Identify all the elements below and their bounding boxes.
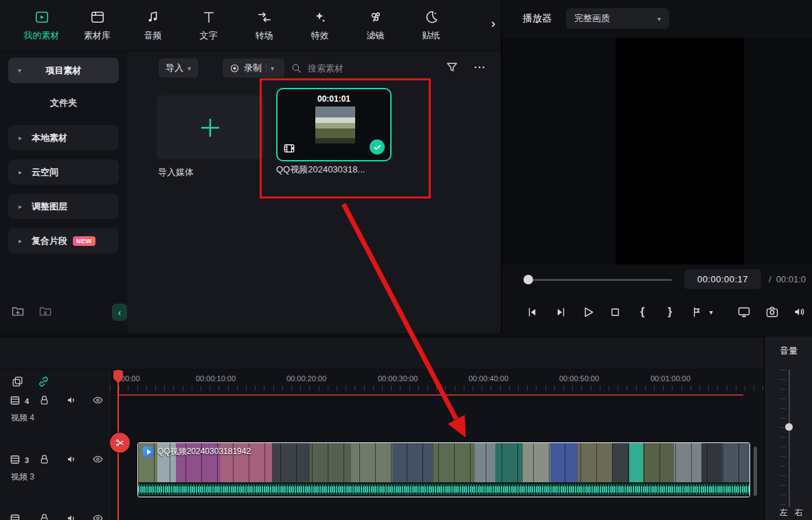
sidebar-item-cloud-space[interactable]: ▸ 云空间 — [8, 159, 119, 185]
previous-frame-icon[interactable] — [523, 303, 541, 321]
ruler-label: 00:01:00:00 — [651, 374, 690, 383]
caret-right-icon: ▸ — [19, 237, 22, 245]
lock-track-icon[interactable] — [38, 453, 52, 467]
tab-text[interactable]: 文字 — [181, 9, 236, 42]
snapshot-icon[interactable] — [763, 303, 781, 321]
collapse-sidebar-button[interactable]: ‹ — [112, 304, 127, 321]
tab-filters[interactable]: 滤镜 — [348, 9, 403, 42]
selected-check-icon — [370, 139, 385, 155]
tab-transitions[interactable]: 转场 — [236, 9, 292, 42]
video-track-icon[interactable] — [10, 512, 23, 520]
mark-in-icon[interactable]: { — [633, 303, 651, 321]
tab-effects[interactable]: 特效 — [292, 9, 348, 42]
clip-audio-waveform — [138, 482, 749, 497]
delete-folder-icon[interactable] — [38, 304, 54, 319]
clip-title: QQ视频2024030318... — [276, 163, 393, 176]
new-badge: NEW — [73, 236, 95, 246]
playhead-handle[interactable] — [113, 370, 123, 378]
ruler-label: 00:00:30:00 — [378, 374, 418, 383]
nav-expand-chevron-icon[interactable]: › — [491, 16, 495, 31]
caret-down-icon: ▾ — [18, 67, 21, 74]
timeline-scrollbar[interactable] — [754, 446, 757, 496]
sidebar-item-label: 本地素材 — [32, 132, 67, 144]
stop-icon[interactable] — [606, 303, 624, 321]
clip-title-bar: QQ视频20240303181942 — [143, 446, 251, 457]
tab-label: 文字 — [200, 30, 218, 42]
media-sidebar: ▾ 项目素材 文件夹 ▸ 本地素材 ▸ 云空间 ▸ 调整图层 ▸ 复合片段 NE… — [0, 52, 127, 333]
timeline: 00:00 00:00:10:00 00:00:20:00 00:00:30:0… — [0, 370, 764, 520]
seek-handle[interactable] — [523, 275, 533, 284]
mute-track-icon[interactable] — [66, 512, 80, 520]
transition-icon — [256, 9, 273, 25]
import-media-card[interactable] — [157, 95, 264, 159]
stock-media-icon — [89, 9, 106, 25]
tab-stickers[interactable]: 贴纸 — [403, 9, 459, 42]
sidebar-item-label: 复合片段 — [32, 235, 67, 247]
sidebar-item-compound-clip[interactable]: ▸ 复合片段 NEW — [8, 228, 119, 253]
filter-icon[interactable] — [445, 60, 460, 76]
video-clip-card[interactable]: 00:01:01 — [276, 88, 392, 161]
effects-icon — [312, 9, 328, 25]
timeline-toolbar: T. » — [0, 337, 764, 370]
fullscreen-display-icon[interactable] — [735, 303, 753, 321]
divider — [266, 63, 267, 73]
video-clip-icon — [143, 446, 153, 457]
volume-mixer-panel: 音量 左 右 — [764, 337, 812, 520]
in-out-range-icon[interactable] — [688, 303, 706, 321]
ruler-label: 00:00:40:00 — [469, 374, 508, 383]
next-frame-icon[interactable] — [552, 303, 569, 321]
video-track-icon[interactable] — [10, 394, 23, 408]
filters-icon — [368, 9, 384, 25]
record-button[interactable]: 录制 ▾ — [223, 58, 284, 78]
preview-zone — [501, 38, 812, 264]
caret-right-icon: ▸ — [19, 168, 22, 176]
tab-label: 我的素材 — [24, 30, 60, 42]
mute-track-icon[interactable] — [66, 453, 80, 467]
timeline-clip[interactable]: QQ视频20240303181942 — [137, 442, 750, 497]
project-media-label: 项目素材 — [46, 65, 82, 77]
hide-track-icon[interactable] — [92, 512, 106, 520]
caret-down-icon: ▾ — [271, 65, 274, 72]
tab-audio[interactable]: 音频 — [125, 9, 181, 42]
mute-track-icon[interactable] — [66, 394, 80, 408]
search-box[interactable] — [291, 58, 404, 78]
sidebar-item-local-media[interactable]: ▸ 本地素材 — [8, 125, 119, 150]
lock-track-icon[interactable] — [38, 512, 52, 520]
sidebar-item-project-media[interactable]: ▾ 项目素材 — [8, 58, 119, 83]
lock-track-icon[interactable] — [38, 394, 52, 408]
seek-bar[interactable] — [526, 279, 672, 281]
audio-icon — [145, 9, 161, 25]
time-ruler[interactable] — [110, 386, 764, 391]
player-panel: 播放器 完整画质 ▾ 00:00:00:17 / 00:01:0 { } — [501, 0, 812, 333]
quick-split-button[interactable] — [110, 433, 130, 453]
current-time: 00:00:00:17 — [684, 269, 761, 289]
tab-label: 转场 — [256, 30, 273, 42]
duplicate-track-icon[interactable] — [11, 375, 25, 389]
quality-select[interactable]: 完整画质 ▾ — [566, 8, 669, 29]
text-icon — [201, 9, 217, 25]
play-icon[interactable] — [579, 303, 597, 321]
search-input[interactable] — [308, 63, 404, 74]
volume-slider[interactable] — [789, 370, 790, 507]
sidebar-item-adjustment-layer[interactable]: ▸ 调整图层 — [8, 194, 119, 219]
track-header-column: 4 视频 4 3 视频 3 — [0, 370, 110, 520]
volume-slider-handle[interactable] — [785, 423, 793, 431]
video-track-icon[interactable] — [10, 453, 23, 467]
hide-track-icon[interactable] — [92, 394, 106, 408]
volume-icon[interactable] — [791, 303, 809, 321]
folders-label: 文件夹 — [0, 97, 127, 109]
mark-out-icon[interactable]: } — [661, 303, 679, 321]
timeline-clip-title: QQ视频20240303181942 — [157, 446, 251, 457]
caret-right-icon: ▸ — [19, 134, 22, 142]
new-folder-icon[interactable] — [11, 304, 26, 319]
caret-down-icon[interactable]: ▾ — [706, 303, 716, 321]
import-button[interactable]: 导入 ▾ — [159, 58, 199, 78]
search-icon — [291, 63, 302, 74]
tab-my-media[interactable]: 我的素材 — [14, 9, 69, 42]
more-options-icon[interactable] — [473, 60, 488, 76]
hide-track-icon[interactable] — [92, 453, 106, 467]
caret-right-icon: ▸ — [19, 203, 22, 210]
import-label: 导入 — [166, 62, 183, 74]
tab-stock-media[interactable]: 素材库 — [69, 9, 125, 42]
link-clips-icon[interactable] — [37, 375, 51, 389]
